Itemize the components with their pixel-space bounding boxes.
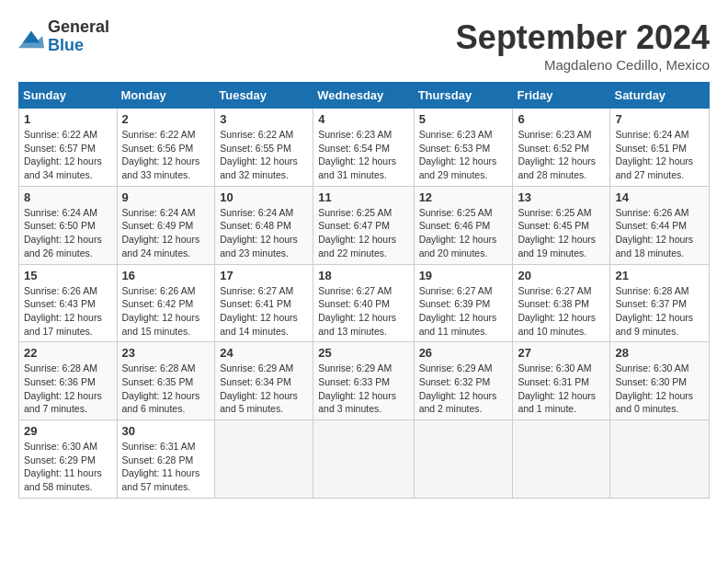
day-number: 23 [122,346,210,360]
calendar-week-row: 29 Sunrise: 6:30 AMSunset: 6:29 PMDaylig… [19,420,710,499]
calendar-cell: 30 Sunrise: 6:31 AMSunset: 6:28 PMDaylig… [117,420,215,499]
calendar-cell: 29 Sunrise: 6:30 AMSunset: 6:29 PMDaylig… [19,420,118,499]
calendar-week-row: 22 Sunrise: 6:28 AMSunset: 6:36 PMDaylig… [19,342,710,420]
day-detail: Sunrise: 6:22 AMSunset: 6:55 PMDaylight:… [220,129,298,180]
day-detail: Sunrise: 6:24 AMSunset: 6:51 PMDaylight:… [615,129,693,180]
day-number: 11 [318,190,408,204]
day-number: 10 [220,190,308,204]
calendar-cell: 24 Sunrise: 6:29 AMSunset: 6:34 PMDaylig… [215,342,313,420]
calendar-cell: 12 Sunrise: 6:25 AMSunset: 6:46 PMDaylig… [414,186,513,264]
calendar-cell: 1 Sunrise: 6:22 AMSunset: 6:57 PMDayligh… [19,109,118,187]
day-detail: Sunrise: 6:24 AMSunset: 6:49 PMDaylight:… [122,207,200,259]
col-header-sunday: Sunday [19,83,118,109]
day-detail: Sunrise: 6:27 AMSunset: 6:40 PMDaylight:… [318,285,396,337]
calendar-cell: 10 Sunrise: 6:24 AMSunset: 6:48 PMDaylig… [215,186,313,264]
calendar-cell: 7 Sunrise: 6:24 AMSunset: 6:51 PMDayligh… [610,109,710,187]
calendar-cell: 17 Sunrise: 6:27 AMSunset: 6:41 PMDaylig… [215,264,313,342]
day-detail: Sunrise: 6:23 AMSunset: 6:54 PMDaylight:… [318,129,396,180]
day-detail: Sunrise: 6:27 AMSunset: 6:39 PMDaylight:… [419,285,497,337]
day-number: 3 [220,112,308,126]
day-detail: Sunrise: 6:22 AMSunset: 6:56 PMDaylight:… [122,129,200,180]
day-number: 16 [122,269,210,282]
day-number: 12 [419,190,508,204]
day-detail: Sunrise: 6:30 AMSunset: 6:31 PMDaylight:… [518,362,596,414]
calendar-week-row: 8 Sunrise: 6:24 AMSunset: 6:50 PMDayligh… [19,186,710,264]
day-detail: Sunrise: 6:28 AMSunset: 6:35 PMDaylight:… [122,362,200,414]
calendar-cell: 21 Sunrise: 6:28 AMSunset: 6:37 PMDaylig… [610,264,710,342]
calendar-cell [313,420,414,499]
day-detail: Sunrise: 6:24 AMSunset: 6:50 PMDaylight:… [24,207,102,259]
day-detail: Sunrise: 6:25 AMSunset: 6:45 PMDaylight:… [518,207,596,259]
calendar-cell: 19 Sunrise: 6:27 AMSunset: 6:39 PMDaylig… [414,264,513,342]
calendar-cell: 25 Sunrise: 6:29 AMSunset: 6:33 PMDaylig… [313,342,414,420]
calendar-cell: 3 Sunrise: 6:22 AMSunset: 6:55 PMDayligh… [215,109,313,187]
day-number: 20 [518,269,605,282]
col-header-saturday: Saturday [610,83,710,109]
calendar-cell [215,420,313,499]
day-detail: Sunrise: 6:24 AMSunset: 6:48 PMDaylight:… [220,207,298,259]
col-header-wednesday: Wednesday [313,83,414,109]
day-number: 17 [220,269,308,282]
day-number: 29 [24,424,112,438]
location-subtitle: Magdaleno Cedillo, Mexico [456,57,710,73]
day-detail: Sunrise: 6:25 AMSunset: 6:47 PMDaylight:… [318,207,396,259]
day-detail: Sunrise: 6:27 AMSunset: 6:38 PMDaylight:… [518,285,596,337]
day-number: 5 [419,112,508,126]
day-detail: Sunrise: 6:26 AMSunset: 6:44 PMDaylight:… [615,207,693,259]
calendar-cell: 15 Sunrise: 6:26 AMSunset: 6:43 PMDaylig… [19,264,118,342]
calendar-cell: 23 Sunrise: 6:28 AMSunset: 6:35 PMDaylig… [117,342,215,420]
day-number: 6 [518,112,605,126]
day-number: 1 [24,112,112,126]
title-area: September 2024 Magdaleno Cedillo, Mexico [456,18,710,73]
day-detail: Sunrise: 6:23 AMSunset: 6:53 PMDaylight:… [419,129,497,180]
day-detail: Sunrise: 6:27 AMSunset: 6:41 PMDaylight:… [220,285,298,337]
day-number: 9 [122,190,210,204]
calendar-week-row: 15 Sunrise: 6:26 AMSunset: 6:43 PMDaylig… [19,264,710,342]
calendar-table: SundayMondayTuesdayWednesdayThursdayFrid… [18,82,710,499]
logo-icon [18,24,44,50]
calendar-cell [610,420,710,499]
day-detail: Sunrise: 6:26 AMSunset: 6:42 PMDaylight:… [122,285,200,337]
calendar-cell: 9 Sunrise: 6:24 AMSunset: 6:49 PMDayligh… [117,186,215,264]
calendar-cell: 8 Sunrise: 6:24 AMSunset: 6:50 PMDayligh… [19,186,118,264]
day-number: 28 [615,346,704,360]
day-detail: Sunrise: 6:28 AMSunset: 6:37 PMDaylight:… [615,285,693,337]
day-number: 21 [615,269,704,282]
calendar-cell: 20 Sunrise: 6:27 AMSunset: 6:38 PMDaylig… [513,264,610,342]
col-header-thursday: Thursday [414,83,513,109]
calendar-cell [414,420,513,499]
logo-general-text: General [48,18,109,37]
day-number: 22 [24,346,112,360]
day-detail: Sunrise: 6:29 AMSunset: 6:32 PMDaylight:… [419,362,497,414]
day-detail: Sunrise: 6:29 AMSunset: 6:33 PMDaylight:… [318,362,396,414]
day-number: 2 [122,112,210,126]
day-number: 15 [24,269,112,282]
day-detail: Sunrise: 6:30 AMSunset: 6:29 PMDaylight:… [24,441,102,492]
day-detail: Sunrise: 6:22 AMSunset: 6:57 PMDaylight:… [24,129,102,180]
calendar-header-row: SundayMondayTuesdayWednesdayThursdayFrid… [19,83,710,109]
calendar-cell: 28 Sunrise: 6:30 AMSunset: 6:30 PMDaylig… [610,342,710,420]
day-number: 30 [122,424,210,438]
day-detail: Sunrise: 6:25 AMSunset: 6:46 PMDaylight:… [419,207,497,259]
day-detail: Sunrise: 6:30 AMSunset: 6:30 PMDaylight:… [615,362,693,414]
day-detail: Sunrise: 6:31 AMSunset: 6:28 PMDaylight:… [122,441,200,492]
month-title: September 2024 [456,18,710,57]
calendar-week-row: 1 Sunrise: 6:22 AMSunset: 6:57 PMDayligh… [19,109,710,187]
col-header-friday: Friday [513,83,610,109]
day-number: 18 [318,269,408,282]
calendar-cell: 6 Sunrise: 6:23 AMSunset: 6:52 PMDayligh… [513,109,610,187]
day-number: 8 [24,190,112,204]
day-number: 14 [615,190,704,204]
calendar-cell: 26 Sunrise: 6:29 AMSunset: 6:32 PMDaylig… [414,342,513,420]
col-header-tuesday: Tuesday [215,83,313,109]
day-number: 27 [518,346,605,360]
day-detail: Sunrise: 6:29 AMSunset: 6:34 PMDaylight:… [220,362,298,414]
day-detail: Sunrise: 6:23 AMSunset: 6:52 PMDaylight:… [518,129,596,180]
calendar-cell: 16 Sunrise: 6:26 AMSunset: 6:42 PMDaylig… [117,264,215,342]
calendar-cell: 11 Sunrise: 6:25 AMSunset: 6:47 PMDaylig… [313,186,414,264]
day-number: 19 [419,269,508,282]
calendar-cell: 22 Sunrise: 6:28 AMSunset: 6:36 PMDaylig… [19,342,118,420]
logo-blue-text: Blue [48,37,109,55]
day-number: 7 [615,112,704,126]
day-number: 25 [318,346,408,360]
